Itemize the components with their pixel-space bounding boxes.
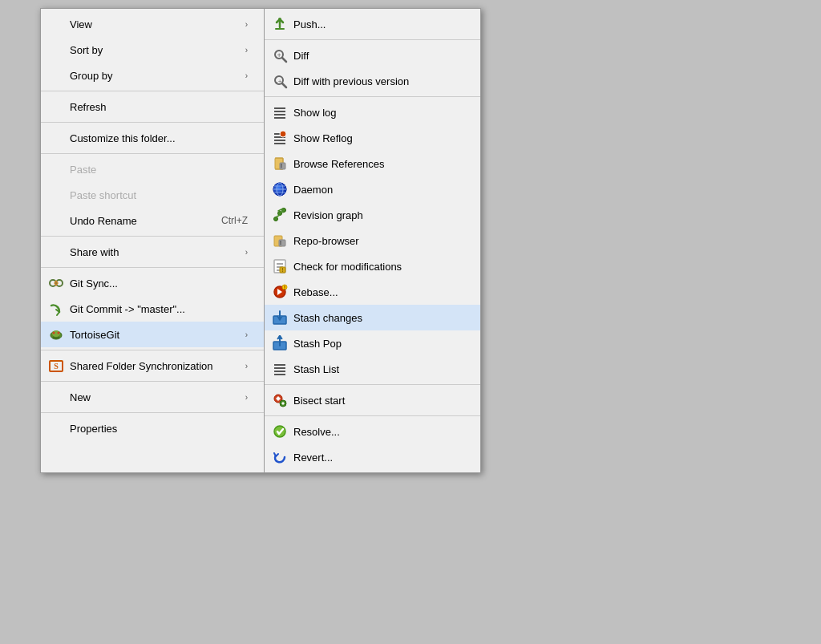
menu-item-revert[interactable]: Revert...	[265, 444, 480, 470]
resolve-label: Resolve...	[293, 426, 464, 438]
menu-item-shared-folder-sync[interactable]: S Shared Folder Synchronization ›	[41, 353, 264, 379]
menu-item-resolve[interactable]: Resolve...	[265, 419, 480, 444]
menu-item-show-log[interactable]: Show log	[265, 99, 480, 125]
svg-text:-+: -+	[276, 78, 282, 85]
menu-item-customize-folder[interactable]: Customize this folder...	[41, 125, 264, 151]
undo-rename-label: Undo Rename	[70, 215, 205, 227]
stash-list-icon	[271, 360, 289, 378]
stash-changes-label: Stash changes	[293, 312, 464, 324]
r-separator-4	[265, 415, 480, 416]
svg-rect-25	[280, 163, 285, 169]
menu-item-tortoisegit[interactable]: TortoiseGit ›	[41, 322, 264, 347]
git-commit-icon	[47, 300, 65, 318]
new-label: New	[70, 391, 237, 403]
separator-3	[41, 153, 264, 154]
properties-label: Properties	[70, 423, 248, 435]
tortoisegit-label: TortoiseGit	[70, 329, 237, 341]
menu-item-daemon[interactable]: Daemon	[265, 176, 480, 202]
svg-text:!: !	[284, 284, 286, 291]
browse-references-icon	[271, 155, 289, 172]
menu-item-new[interactable]: New ›	[41, 384, 264, 410]
shared-folder-sync-icon: S	[47, 357, 65, 375]
separator-7	[41, 381, 264, 382]
show-log-icon	[271, 103, 289, 121]
menu-item-repo-browser[interactable]: Repo-browser	[265, 228, 480, 253]
view-icon	[47, 15, 65, 33]
svg-point-8	[278, 18, 281, 21]
svg-line-13	[282, 83, 286, 87]
undo-rename-shortcut: Ctrl+Z	[221, 215, 248, 226]
stash-changes-icon	[271, 309, 289, 326]
svg-text:S: S	[54, 362, 59, 371]
menu-item-share-with[interactable]: Share with ›	[41, 239, 264, 265]
svg-point-40	[280, 241, 281, 242]
rebase-label: Rebase...	[293, 286, 464, 298]
menu-item-git-sync[interactable]: Git Sync...	[41, 270, 264, 296]
new-arrow: ›	[245, 393, 248, 402]
check-modifications-icon: !	[271, 257, 289, 275]
stash-list-label: Stash List	[293, 363, 464, 375]
customize-folder-icon	[47, 129, 65, 147]
menu-item-rebase[interactable]: ! Rebase...	[265, 279, 480, 305]
svg-point-4	[53, 332, 55, 334]
daemon-icon	[271, 180, 289, 198]
menu-item-revision-graph[interactable]: Revision graph	[265, 202, 480, 228]
resolve-icon	[271, 423, 289, 440]
menu-item-bisect-start[interactable]: Bisect start	[265, 387, 480, 413]
show-reflog-label: Show Reflog	[293, 132, 464, 144]
tortoisegit-icon	[47, 326, 65, 343]
stash-pop-label: Stash Pop	[293, 338, 464, 350]
diff-icon: +	[271, 47, 289, 64]
stash-pop-icon	[271, 334, 289, 352]
view-arrow: ›	[245, 20, 248, 29]
push-icon	[271, 15, 289, 33]
menu-item-browse-references[interactable]: Browse References	[265, 151, 480, 176]
repo-browser-label: Repo-browser	[293, 235, 464, 247]
menu-item-check-modifications[interactable]: ! Check for modifications	[265, 253, 480, 279]
menu-item-git-commit[interactable]: Git Commit -> "master"...	[41, 296, 264, 322]
menu-item-stash-pop[interactable]: Stash Pop	[265, 330, 480, 356]
svg-point-5	[58, 332, 60, 334]
rebase-icon: !	[271, 283, 289, 301]
menu-item-paste: Paste	[41, 156, 264, 182]
separator-4	[41, 236, 264, 237]
paste-label: Paste	[70, 164, 248, 176]
share-with-icon	[47, 243, 65, 261]
svg-text:+: +	[277, 51, 281, 59]
menu-item-push[interactable]: Push...	[265, 11, 480, 37]
menu-item-diff[interactable]: + Diff	[265, 43, 480, 68]
menu-item-stash-changes[interactable]: Stash changes	[265, 305, 480, 330]
menu-item-view[interactable]: View ›	[41, 11, 264, 37]
share-with-arrow: ›	[245, 248, 248, 257]
separator-1	[41, 91, 264, 91]
separator-6	[41, 350, 264, 350]
menu-item-diff-prev[interactable]: -+ Diff with previous version	[265, 68, 480, 94]
daemon-label: Daemon	[293, 184, 464, 196]
shared-folder-sync-arrow: ›	[245, 362, 248, 371]
menu-item-refresh[interactable]: Refresh	[41, 94, 264, 119]
paste-icon	[47, 160, 65, 178]
menu-item-stash-list[interactable]: Stash List	[265, 356, 480, 382]
refresh-label: Refresh	[70, 101, 248, 113]
revision-graph-label: Revision graph	[293, 209, 464, 221]
browse-references-label: Browse References	[293, 158, 464, 170]
svg-rect-39	[279, 240, 285, 246]
repo-browser-icon	[271, 232, 289, 249]
show-log-label: Show log	[293, 107, 464, 119]
tortoisegit-arrow: ›	[245, 330, 248, 339]
menu-item-show-reflog[interactable]: Show Reflog	[265, 125, 480, 151]
shared-folder-sync-label: Shared Folder Synchronization	[70, 360, 237, 372]
git-sync-label: Git Sync...	[70, 277, 248, 290]
separator-2	[41, 122, 264, 123]
revert-label: Revert...	[293, 452, 464, 464]
menu-item-sort-by[interactable]: Sort by ›	[41, 37, 264, 63]
menu-item-properties[interactable]: Properties	[41, 415, 264, 441]
bisect-start-label: Bisect start	[293, 395, 464, 407]
svg-line-36	[276, 215, 280, 217]
r-separator-1	[265, 39, 480, 40]
share-with-label: Share with	[70, 246, 237, 258]
customize-folder-label: Customize this folder...	[70, 132, 248, 144]
menu-item-group-by[interactable]: Group by ›	[41, 63, 264, 88]
menu-item-undo-rename[interactable]: Undo Rename Ctrl+Z	[41, 208, 264, 233]
git-sync-icon	[47, 274, 65, 292]
